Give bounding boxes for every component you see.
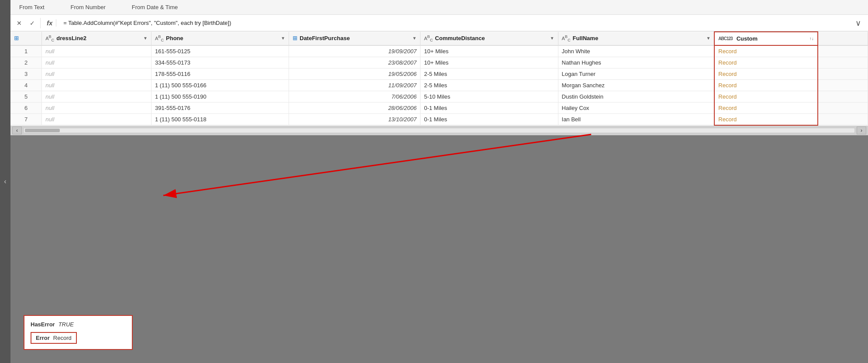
col-type-dressline2: ABC <box>45 34 54 42</box>
cell-custom[interactable]: Record <box>714 57 817 68</box>
cell-date: 23/08/2007 <box>289 57 420 68</box>
col-filter-dressline2[interactable]: ▼ <box>143 36 148 41</box>
cell-extra <box>818 91 868 102</box>
scroll-thumb <box>25 129 60 132</box>
error-value: Record <box>53 335 72 341</box>
has-error-label: HasError <box>31 321 55 328</box>
tab-from-text[interactable]: From Text <box>19 4 45 10</box>
cell-dressline2: null <box>42 102 152 113</box>
cell-fullname: Hailey Cox <box>558 102 714 113</box>
row-num-cell: 7 <box>10 113 42 125</box>
cell-date: 28/06/2006 <box>289 102 420 113</box>
cell-dressline2: null <box>42 91 152 102</box>
cell-extra <box>818 57 868 68</box>
cell-date: 11/09/2007 <box>289 79 420 91</box>
formula-cancel-button[interactable]: ✕ <box>14 19 24 27</box>
col-header-fullname: ABC FullName ▼ <box>558 32 714 45</box>
col-filter-custom[interactable]: ↑↓ <box>809 36 814 41</box>
col-header-commute: ABC CommuteDistance ▼ <box>420 32 558 45</box>
col-filter-commute[interactable]: ▼ <box>550 36 555 41</box>
scroll-track[interactable] <box>24 128 855 133</box>
cell-extra <box>818 102 868 113</box>
cell-dressline2: null <box>42 68 152 79</box>
table-row: 1null161-555-012519/09/200710+ MilesJohn… <box>10 45 868 57</box>
cell-extra <box>818 68 868 79</box>
horizontal-scrollbar: ‹ › <box>10 126 868 135</box>
row-num-cell: 4 <box>10 79 42 91</box>
cell-custom[interactable]: Record <box>714 68 817 79</box>
table-row: 5null1 (11) 500 555-01907/06/20065-10 Mi… <box>10 91 868 102</box>
col-filter-phone[interactable]: ▼ <box>281 36 285 41</box>
cell-commute: 0-1 Miles <box>420 113 558 125</box>
cell-custom[interactable]: Record <box>714 113 817 125</box>
col-label-fullname: FullName <box>573 35 599 41</box>
table-row: 2null334-555-017323/08/200710+ MilesNath… <box>10 57 868 68</box>
formula-confirm-button[interactable]: ✓ <box>27 19 38 27</box>
cell-custom[interactable]: Record <box>714 79 817 91</box>
cell-fullname: Logan Turner <box>558 68 714 79</box>
cell-fullname: Nathan Hughes <box>558 57 714 68</box>
col-type-custom: ABC123 <box>718 36 732 41</box>
col-header-date: ⊞ DateFirstPurchase ▼ <box>289 32 420 45</box>
cell-date: 19/05/2006 <box>289 68 420 79</box>
table-row: 6null391-555-017628/06/20060-1 MilesHail… <box>10 102 868 113</box>
gray-area: ‹ › <box>10 126 868 363</box>
annotation-arrow <box>10 126 868 363</box>
formula-chevron-icon[interactable]: ∨ <box>852 18 865 28</box>
col-filter-fullname[interactable]: ▼ <box>706 36 710 41</box>
cell-phone: 334-555-0173 <box>151 57 289 68</box>
left-nav-button[interactable]: ‹ <box>0 0 10 363</box>
error-record-box: Error Record <box>31 332 77 344</box>
record-detail-panel: HasError TRUE Error Record <box>24 315 133 350</box>
cell-fullname: Morgan Sanchez <box>558 79 714 91</box>
col-filter-date[interactable]: ▼ <box>412 36 417 41</box>
formula-expression: = Table.AddColumn(#"Kept Errors", "Custo… <box>59 20 849 26</box>
tab-from-number[interactable]: From Number <box>71 4 106 10</box>
col-label-date: DateFirstPurchase <box>300 35 350 41</box>
table-row: 3null178-555-011619/05/20062-5 MilesLoga… <box>10 68 868 79</box>
top-tab-bar: From Text From Number From Date & Time <box>10 0 868 15</box>
cell-fullname: John White <box>558 45 714 57</box>
col-header-phone: ABC Phone ▼ <box>151 32 289 45</box>
back-arrow-icon: ‹ <box>4 178 6 185</box>
cell-commute: 10+ Miles <box>420 57 558 68</box>
col-type-phone: ABC <box>155 34 164 42</box>
has-error-row: HasError TRUE <box>31 321 126 328</box>
cell-extra <box>818 45 868 57</box>
col-label-commute: CommuteDistance <box>435 35 485 41</box>
cell-date: 13/10/2007 <box>289 113 420 125</box>
col-type-fullname: ABC <box>562 34 571 42</box>
left-nav-panel: ‹ From Text From Number From Date & Time… <box>0 0 868 363</box>
cell-commute: 2-5 Miles <box>420 79 558 91</box>
col-type-commute: ABC <box>424 34 433 42</box>
cell-phone: 391-555-0176 <box>151 102 289 113</box>
scroll-right-button[interactable]: › <box>857 127 866 134</box>
row-num-cell: 3 <box>10 68 42 79</box>
cell-custom[interactable]: Record <box>714 102 817 113</box>
error-label: Error <box>36 335 50 341</box>
formula-bar: ✕ ✓ fx = Table.AddColumn(#"Kept Errors",… <box>10 15 868 31</box>
cell-commute: 10+ Miles <box>420 45 558 57</box>
svg-line-1 <box>163 134 591 195</box>
row-num-cell: 2 <box>10 57 42 68</box>
cell-phone: 1 (11) 500 555-0166 <box>151 79 289 91</box>
col-label-custom: Custom <box>737 35 758 42</box>
scroll-left-button[interactable]: ‹ <box>12 127 22 134</box>
row-num-cell: 5 <box>10 91 42 102</box>
col-header-dressline2: ABC dressLine2 ▼ <box>42 32 152 45</box>
col-header-extra <box>818 32 868 45</box>
row-num-cell: 1 <box>10 45 42 57</box>
table-container: ⊞ ABC dressLine2 ▼ <box>10 31 868 126</box>
cell-dressline2: null <box>42 45 152 57</box>
col-header-rownum: ⊞ <box>10 32 42 45</box>
col-header-custom: ABC123 Custom ↑↓ <box>714 32 817 45</box>
cell-custom[interactable]: Record <box>714 91 817 102</box>
cell-phone: 178-555-0116 <box>151 68 289 79</box>
cell-extra <box>818 113 868 125</box>
table-row: 7null1 (11) 500 555-011813/10/20070-1 Mi… <box>10 113 868 125</box>
cell-custom[interactable]: Record <box>714 45 817 57</box>
cell-fullname: Ian Bell <box>558 113 714 125</box>
has-error-value: TRUE <box>59 321 74 328</box>
col-label-dressline2: dressLine2 <box>56 35 86 41</box>
tab-from-date-time[interactable]: From Date & Time <box>132 4 178 10</box>
